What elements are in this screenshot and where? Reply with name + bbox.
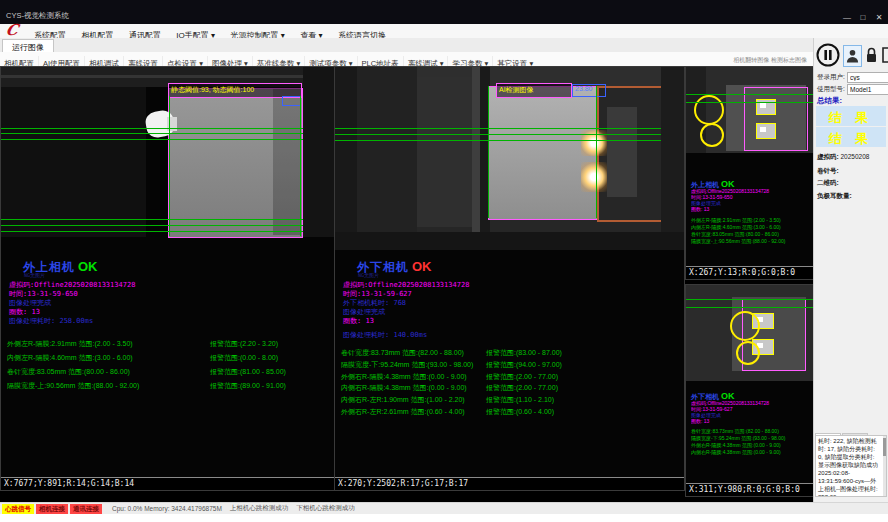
cpu-memory-text: Cpu: 0.0% Memory: 3424.41796875M	[112, 505, 222, 512]
log-panel: 运行信息报警信息通讯信息 耗时: 222, 缺陷检测耗时: 17, 缺陷分类耗时…	[815, 426, 887, 497]
defect-circle	[730, 311, 760, 341]
scene-col-dark	[335, 67, 357, 232]
measure-value: 内侧右R-隔膜:4.38mm 范围:(0.00 - 9.00)	[341, 384, 467, 391]
camera-viewport-small-top[interactable]: 外上相机OK 虚拟码:Offline20250208133134728 时间:1…	[685, 66, 814, 280]
baseline-line	[335, 140, 684, 141]
camera-viewport-upper[interactable]: 静态阈值:93, 动态阈值:100 外上相机OK NG无图片 虚拟码:Offli…	[0, 66, 335, 491]
baseline-line	[686, 307, 813, 308]
needle-no-field: 卷针号:	[817, 167, 887, 176]
result-box-lower: 结 果	[816, 127, 886, 147]
value-label: 23.80	[572, 84, 606, 97]
baseline-line	[1, 133, 334, 134]
log-scrollbar[interactable]	[883, 436, 886, 496]
baseline-line	[335, 128, 684, 129]
menu-bar: C 系统配置 相机配置 通讯配置 IO手配置 ▾ 光源控制配置 ▾ 查看 ▾ 系…	[0, 24, 888, 39]
camera-viewport-small-bottom[interactable]: 外下相机OK 虚拟码:Offline20250208133134728 时间:1…	[685, 284, 814, 497]
window-title: CYS-视觉检测系统	[6, 11, 69, 21]
baseline-line	[686, 299, 813, 300]
user-icon	[845, 47, 860, 65]
alarm-range: 报警范围:(2.00 - 77.00)	[486, 372, 558, 382]
measurement-row: 卷针宽度:83.73mm 范围:(82.00 - 88.00)报警范围:(83.…	[341, 348, 682, 358]
alarm-range: 报警范围:(1.10 - 2.10)	[486, 395, 554, 405]
tab-flare	[581, 162, 607, 192]
alarm-range: 报警范围:(94.00 - 97.00)	[486, 360, 562, 370]
qrcode-field: 二维码:	[817, 179, 887, 188]
baseline-line	[1, 219, 334, 220]
measure-value: 外侧右R-左R:2.61mm 范围:(0.60 - 4.00)	[341, 408, 465, 415]
model-field[interactable]	[847, 84, 888, 95]
measure-value: 卷针宽度:83.05mm 范围:(80.00 - 86.00)	[7, 368, 130, 375]
scene-right-dark	[303, 67, 334, 237]
measure-value: 内侧右R-左R:1.90mm 范围:(1.00 - 2.20)	[341, 396, 465, 403]
measurement-row: 外侧右R-隔膜:4.38mm 范围:(0.00 - 9.00)报警范围:(2.0…	[341, 372, 682, 382]
pixel-coords-bar: X:270;Y:2502;R:17;G:17;B:17	[335, 477, 684, 491]
display-mode-caption: 相机翻转图像 检测标志图像	[733, 56, 807, 65]
app-window: CYS-视觉检测系统 — □ ✕ C 系统配置 相机配置 通讯配置 IO手配置 …	[0, 0, 888, 522]
baseline-line	[1, 139, 334, 140]
roi-blue-box	[282, 96, 301, 106]
alarm-range: 报警范围:(0.00 - 8.00)	[210, 353, 278, 363]
minimize-button[interactable]: —	[840, 13, 854, 22]
process-elapsed: 图像处理耗时: 258.00ms	[9, 316, 93, 326]
field-label: 虚拟码:	[817, 153, 839, 160]
edge-line	[596, 86, 597, 218]
measure-line: 内侧右R-隔膜:4.38mm 范围:(0.00 - 9.00)	[691, 449, 811, 455]
login-user-label: 登录用户:	[817, 73, 845, 82]
maximize-button[interactable]: □	[856, 13, 870, 22]
lower-camera-heartbeat-msg: 下相机心跳检测成功	[296, 504, 355, 513]
camera-viewport-lower[interactable]: AI检测图像 23.80 外下相机OK NG无图片 虚拟码:Offline202…	[334, 66, 685, 491]
close-button[interactable]: ✕	[872, 13, 886, 22]
pixel-coords-bar: X:267;Y:13;R:0;G:0;B:0	[686, 266, 813, 280]
lock-icon	[864, 45, 879, 65]
result-ok-text: OK	[412, 259, 432, 274]
alarm-range: 报警范围:(2.00 - 77.00)	[486, 383, 558, 393]
tab-strip: 运行图像	[0, 38, 813, 53]
user-button[interactable]	[843, 45, 862, 67]
virtual-code-field: 虚拟码: 20250208	[817, 153, 887, 162]
result-box-upper: 结 果	[816, 106, 886, 126]
model-label: 使用型号:	[817, 85, 845, 94]
loop-count: 圈数: 13	[691, 206, 811, 212]
process-elapsed: 图像处理耗时: 140.00ms	[343, 330, 427, 340]
baseline-line	[1, 128, 334, 129]
measure-value: 隔膜宽度-上:90.56mm 范围:(88.00 - 92.00)	[7, 382, 139, 389]
logout-icon	[881, 45, 888, 65]
measure-value: 外侧右R-隔膜:4.38mm 范围:(0.00 - 9.00)	[341, 373, 467, 380]
ng-note: NG无图片	[24, 272, 45, 278]
pixel-coords-bar: X:7677;Y:891;R:14;G:14;B:14	[1, 477, 334, 491]
measure-line: 外侧右R-隔膜:4.38mm 范围:(0.00 - 9.00)	[691, 442, 811, 448]
measurement-row: 内侧右R-左R:1.90mm 范围:(1.00 - 2.20)报警范围:(1.1…	[341, 395, 682, 405]
pause-button[interactable]	[816, 43, 840, 67]
measure-line: 卷针宽度:83.05mm 范围:(80.00 - 86.00)	[691, 231, 811, 237]
field-label: 负极耳数量:	[817, 192, 852, 199]
camera-name: 外下相机	[691, 393, 719, 400]
measure-line: 卷针宽度:83.73mm 范围:(82.00 - 88.00)	[691, 428, 811, 434]
alarm-range: 报警范围:(81.00 - 85.00)	[210, 367, 286, 377]
highlight-dot	[760, 103, 766, 108]
measure-value: 外侧左R-隔膜:2.91mm 范围:(2.00 - 3.50)	[7, 340, 133, 347]
pixel-coords-bar: X:311;Y:980;R:0;G:0;B:0	[686, 483, 813, 497]
alarm-range: 报警范围:(0.60 - 4.00)	[486, 407, 554, 417]
field-label: 二维码:	[817, 179, 839, 186]
logout-button[interactable]	[881, 45, 888, 65]
measurement-row: 外侧左R-隔膜:2.91mm 范围:(2.00 - 3.50)报警范围:(2.2…	[7, 339, 332, 349]
scene-bright-line	[472, 67, 480, 232]
baseline-line	[335, 134, 684, 135]
ng-note: NG无图片	[358, 272, 379, 278]
lock-button[interactable]	[864, 45, 879, 65]
app-logo-icon: C	[4, 21, 20, 39]
measure-value: 内侧左R-隔膜:4.60mm 范围:(3.00 - 6.00)	[7, 354, 133, 361]
alarm-range: 报警范围:(83.00 - 87.00)	[486, 348, 562, 358]
edge-line	[488, 86, 489, 218]
upper-camera-heartbeat-msg: 上相机心跳检测成功	[230, 504, 289, 513]
field-value: 20250208	[840, 153, 869, 160]
scene-col	[357, 67, 417, 232]
edge-line	[300, 96, 301, 236]
pause-icon	[816, 43, 840, 67]
measurement-row: 内侧左R-隔膜:4.60mm 范围:(3.00 - 6.00)报警范围:(0.0…	[7, 353, 332, 363]
heartbeat-badge: 心跳信号	[2, 504, 34, 514]
login-user-field[interactable]	[847, 72, 888, 83]
total-result-label: 总结果:	[817, 96, 842, 106]
log-scrollbar-thumb[interactable]	[883, 438, 886, 456]
roi-magenta-box	[744, 87, 808, 151]
